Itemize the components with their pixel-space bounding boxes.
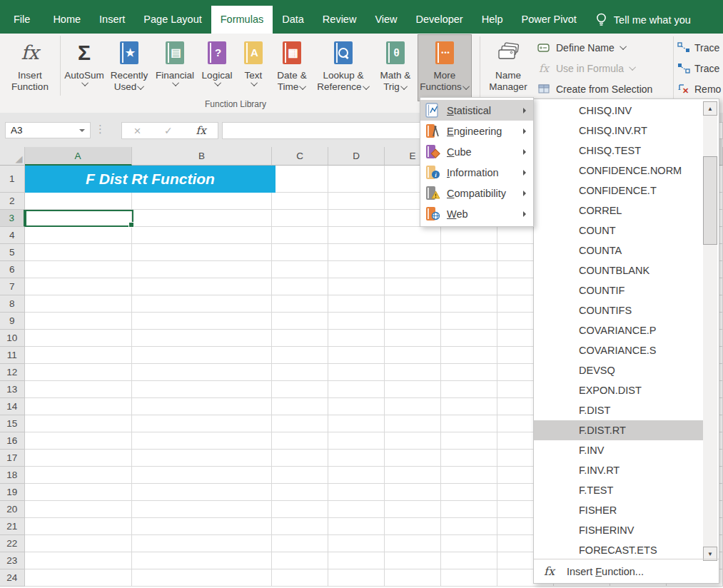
cell[interactable]	[272, 501, 328, 518]
cell[interactable]	[132, 193, 272, 210]
cell[interactable]	[441, 398, 497, 415]
function-item-fisherinv[interactable]: FISHERINV	[534, 520, 704, 540]
row-header-21[interactable]: 21	[0, 518, 25, 535]
function-list-scrollbar[interactable]: ▲ ▼	[703, 101, 717, 561]
more-functions-button[interactable]: •••MoreFunctions	[418, 34, 472, 101]
cell[interactable]	[132, 381, 272, 398]
cell[interactable]	[328, 244, 385, 261]
cell[interactable]	[385, 518, 441, 535]
cell[interactable]	[25, 278, 132, 295]
column-header-C[interactable]: C	[272, 147, 328, 166]
cell[interactable]	[272, 330, 328, 347]
cell[interactable]	[441, 278, 497, 295]
row-header-1[interactable]: 1	[0, 166, 25, 193]
cell[interactable]	[272, 166, 328, 193]
cell[interactable]	[25, 193, 132, 210]
function-item-fisher[interactable]: FISHER	[534, 500, 704, 520]
cell[interactable]	[25, 347, 132, 364]
cell[interactable]	[132, 398, 272, 415]
menu-item-cube[interactable]: Cube	[420, 141, 533, 162]
cell[interactable]	[132, 227, 272, 244]
cell[interactable]	[272, 518, 328, 535]
lookup-reference-button[interactable]: Lookup &Reference	[313, 34, 373, 101]
tab-formulas[interactable]: Formulas	[211, 6, 273, 34]
cell[interactable]	[328, 313, 385, 330]
cell[interactable]	[272, 484, 328, 501]
logical-button[interactable]: ?Logical	[198, 34, 236, 101]
cell[interactable]	[385, 467, 441, 484]
recently-used-button[interactable]: ★RecentlyUsed	[106, 34, 152, 101]
function-item-correl[interactable]: CORREL	[534, 201, 704, 220]
cell[interactable]	[272, 261, 328, 278]
cell[interactable]	[272, 552, 328, 569]
cell[interactable]	[25, 381, 132, 398]
remove-arrows-button[interactable]: ✕Remo	[677, 78, 723, 99]
cell[interactable]	[132, 535, 272, 552]
insert-function-icon[interactable]: fx	[196, 124, 206, 137]
row-header-19[interactable]: 19	[0, 484, 25, 501]
cell[interactable]	[385, 261, 441, 278]
row-header-9[interactable]: 9	[0, 313, 25, 330]
cell[interactable]	[441, 381, 497, 398]
row-header-3[interactable]: 3	[0, 210, 25, 227]
menu-item-information[interactable]: iInformation	[420, 162, 533, 183]
function-item-f-dist-rt[interactable]: F.DIST.RT	[534, 420, 704, 440]
cell[interactable]	[25, 244, 132, 261]
cell[interactable]	[441, 244, 497, 261]
cell[interactable]	[385, 347, 441, 364]
tab-home[interactable]: Home	[44, 6, 90, 34]
cell[interactable]	[25, 295, 132, 313]
tab-page-layout[interactable]: Page Layout	[134, 6, 211, 34]
cell[interactable]	[385, 398, 441, 415]
autosum-button[interactable]: ΣAutoSum	[62, 34, 106, 101]
cell[interactable]	[441, 415, 497, 432]
cell[interactable]	[272, 193, 328, 210]
cell[interactable]	[272, 398, 328, 415]
cell[interactable]	[328, 398, 385, 415]
cell[interactable]	[25, 569, 132, 587]
cell[interactable]	[132, 295, 272, 313]
function-item-f-inv-rt[interactable]: F.INV.RT	[534, 460, 704, 480]
tell-me-search[interactable]: Tell me what you	[595, 6, 691, 34]
cell[interactable]	[25, 227, 132, 244]
cell[interactable]	[132, 415, 272, 432]
cell[interactable]	[132, 501, 272, 518]
cell[interactable]	[328, 552, 385, 569]
cancel-icon[interactable]: ×	[133, 125, 141, 137]
function-item-confidence-norm[interactable]: CONFIDENCE.NORM	[534, 161, 704, 181]
cell[interactable]	[385, 227, 441, 244]
cell[interactable]	[25, 535, 132, 552]
name-box[interactable]: A3	[5, 122, 91, 138]
cell[interactable]	[132, 552, 272, 569]
function-item-f-test[interactable]: F.TEST	[534, 480, 704, 500]
cell[interactable]	[328, 432, 385, 450]
cell[interactable]	[328, 364, 385, 381]
cell[interactable]	[385, 569, 441, 587]
cell[interactable]	[132, 313, 272, 330]
row-header-5[interactable]: 5	[0, 244, 25, 261]
menu-item-engineering[interactable]: Engineering	[420, 121, 533, 141]
define-name-button[interactable]: Define Name	[537, 37, 652, 58]
cell[interactable]	[25, 415, 132, 432]
cell[interactable]	[132, 484, 272, 501]
cell[interactable]	[132, 261, 272, 278]
cell[interactable]	[272, 244, 328, 261]
insert-function-button[interactable]: fxInsertFunction	[1, 34, 59, 101]
row-header-24[interactable]: 24	[0, 569, 25, 587]
cell[interactable]	[328, 347, 385, 364]
cell[interactable]	[132, 278, 272, 295]
menu-item-statistical[interactable]: Statistical	[420, 100, 533, 121]
row-header-18[interactable]: 18	[0, 467, 25, 484]
date-time-button[interactable]: ▦Date &Time	[271, 34, 313, 101]
cell[interactable]	[328, 467, 385, 484]
cell[interactable]	[328, 415, 385, 432]
function-item-expon-dist[interactable]: EXPON.DIST	[534, 380, 704, 400]
cell[interactable]	[25, 518, 132, 535]
cell[interactable]	[272, 313, 328, 330]
cell[interactable]	[385, 244, 441, 261]
enter-icon[interactable]: ✓	[164, 125, 173, 136]
row-header-23[interactable]: 23	[0, 552, 25, 569]
cell[interactable]	[132, 330, 272, 347]
cell[interactable]	[385, 381, 441, 398]
cell[interactable]	[328, 261, 385, 278]
